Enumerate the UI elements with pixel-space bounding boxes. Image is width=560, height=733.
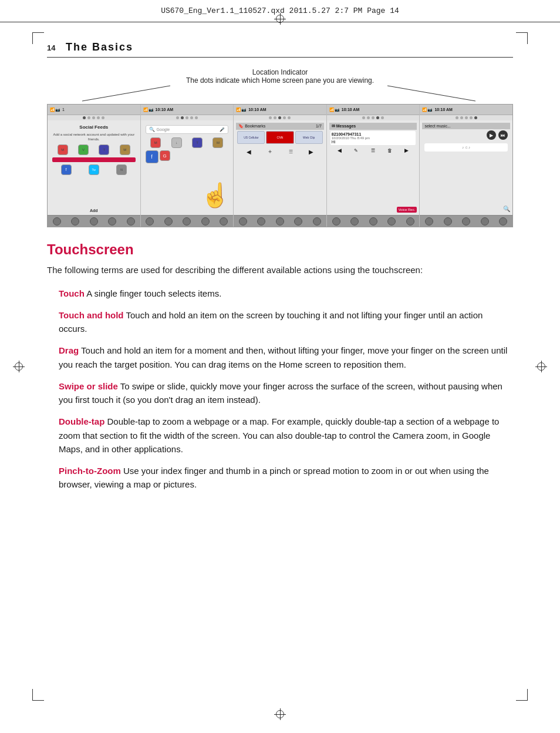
music-play-btn: ▶ <box>487 130 496 140</box>
screen5-btn1 <box>425 217 433 226</box>
screen5-bottombar <box>420 215 512 227</box>
term-label-drag: Drag <box>59 345 79 355</box>
social-feeds-title: Social Feeds <box>50 123 138 132</box>
message-item: 8210047947311 10/20/2010 Thu 8:49 pm Hi <box>330 131 416 145</box>
screen5-btn4 <box>481 217 489 226</box>
screen1-btn1 <box>53 217 61 226</box>
screen4-btn2 <box>350 217 359 226</box>
header-bar: US670_Eng_Ver1.1_110527.qxd 2011.5.27 2:… <box>0 0 560 22</box>
dot <box>288 116 291 119</box>
svg-line-0 <box>82 86 170 101</box>
term-label-touch-and-hold: Touch and hold <box>59 310 124 320</box>
screen5-status-icons: 📶📷 <box>422 107 433 112</box>
screen1-btn3 <box>90 217 98 226</box>
screen1-btn4 <box>108 217 116 226</box>
screen4-body: ✉ Messages 8210047947311 10/20/2010 Thu … <box>327 120 420 215</box>
app-icon-news: N <box>116 164 127 175</box>
dot <box>195 116 198 119</box>
nav-plus: ＋ <box>267 147 273 156</box>
term-block-double-tap: Double-tap Double-tap to zoom a webpage … <box>47 415 513 456</box>
screen1-statusbar: 📶📷 1 <box>48 105 140 115</box>
dot <box>92 116 95 119</box>
screen1-dots <box>48 115 140 120</box>
google-text: Google <box>157 127 170 132</box>
registration-mark-left <box>13 361 25 372</box>
corner-mark-tl <box>32 32 44 44</box>
term-desc-touch: A single finger touch selects items. <box>86 288 221 298</box>
dot <box>87 116 90 119</box>
web-icon-webclip: Web Clip <box>295 131 323 144</box>
screen4-btn4 <box>387 217 396 226</box>
corner-mark-br <box>516 689 528 701</box>
screen4-dots <box>327 115 420 120</box>
music-widget-text: ♪ ♫ ♪ <box>427 146 505 149</box>
app-icon-market: M <box>120 144 130 155</box>
dot <box>362 116 365 119</box>
screen1-body: Social Feeds Add a social network accoun… <box>48 120 140 215</box>
app-icon-gmail: M <box>58 144 68 155</box>
intro-text: The following terms are used for describ… <box>47 264 513 277</box>
dot-active <box>474 116 477 119</box>
screen4-nav-prev: ◀ <box>338 147 342 153</box>
dot <box>97 116 100 119</box>
screen1-btn5 <box>127 217 135 226</box>
screen5-statusbar: 📶📷 10:10 AM <box>420 105 512 115</box>
bookmarks-header: 🔖 Bookmarks 1/7 <box>236 123 324 130</box>
header-text: US670_Eng_Ver1.1_110527.qxd 2011.5.27 2:… <box>161 6 399 15</box>
screen3-statusbar: 📶📷 10:10 AM <box>234 105 326 115</box>
screen4-statusbar: 📶📷 10:10 AM <box>327 105 420 115</box>
touchscreen-section: Touchscreen The following terms are used… <box>47 241 513 492</box>
music-widget: ♪ ♫ ♪ <box>424 143 508 152</box>
screen5-search-icon: 🔍 <box>503 203 510 213</box>
music-controls: ▶ ⏭ <box>422 129 510 141</box>
social-feeds-text: Add a social network account and updated… <box>50 132 138 143</box>
screen1-btn2 <box>71 217 79 226</box>
music-next-btn: ⏭ <box>498 130 508 140</box>
screen3-btn2 <box>257 217 265 226</box>
screen-panel-2: 📶📷 10:10 AM 🔍 Google 🎤 M ↓ T <box>141 105 234 227</box>
web-icon-cnn: CNN <box>266 131 294 144</box>
app-icon-twitter: Tw <box>89 164 99 175</box>
screen4-btn1 <box>332 217 340 226</box>
dot <box>190 116 193 119</box>
hand-pointer: ☝ <box>201 181 230 209</box>
dot <box>274 116 276 119</box>
nav-prev: ◀ <box>247 149 251 155</box>
app-icon-market2: M <box>212 137 223 148</box>
screen2-btn4 <box>201 217 210 226</box>
indicator-arrows-svg <box>47 85 513 102</box>
main-content: 14 The Basics Location Indicator The dot… <box>47 22 513 711</box>
screen1-status-icons: 📶📷 <box>50 107 60 112</box>
screen2-btn3 <box>183 217 191 226</box>
screen2-body: 🔍 Google 🎤 M ↓ T M f G ☝ <box>141 120 234 215</box>
location-indicator-label: Location Indicator <box>47 68 513 76</box>
screen1-time: 1 <box>62 107 65 112</box>
term-block-swipe: Swipe or slide To swipe or slide, quickl… <box>47 379 513 407</box>
screen2-btn5 <box>220 217 228 226</box>
screen3-btn5 <box>313 217 321 226</box>
messages-label: ✉ Messages <box>332 124 356 128</box>
term-block-pinch-zoom: Pinch-to-Zoom Use your index finger and … <box>47 464 513 492</box>
nav-next: ▶ <box>309 149 313 155</box>
screen3-btn4 <box>294 217 302 226</box>
app-icon-talk2: T <box>192 137 203 148</box>
bookmarks-label: 🔖 Bookmarks <box>238 124 265 129</box>
dot <box>372 116 375 119</box>
web-icon-uscellular: US Cellular <box>237 131 265 144</box>
screen5-btn5 <box>499 217 507 226</box>
dot-active <box>376 116 379 119</box>
term-block-drag: Drag Touch and hold an item for a moment… <box>47 344 513 371</box>
dot <box>102 116 104 119</box>
screen5-btn3 <box>462 217 470 226</box>
dot-active <box>181 116 184 119</box>
screen5-dots <box>420 115 512 120</box>
term-label-touch: Touch <box>59 288 85 298</box>
screen2-app-icons: M ↓ T M <box>143 136 231 149</box>
add-label: Add <box>48 209 140 213</box>
music-label: select music... <box>424 124 450 128</box>
screen3-bottombar <box>234 215 326 227</box>
screen-panel-5: 📶📷 10:10 AM select music... ▶ ⏭ <box>420 105 512 227</box>
screen3-time: 10:10 AM <box>248 107 266 112</box>
screen5-time: 10:10 AM <box>434 107 452 112</box>
dot <box>185 116 188 119</box>
